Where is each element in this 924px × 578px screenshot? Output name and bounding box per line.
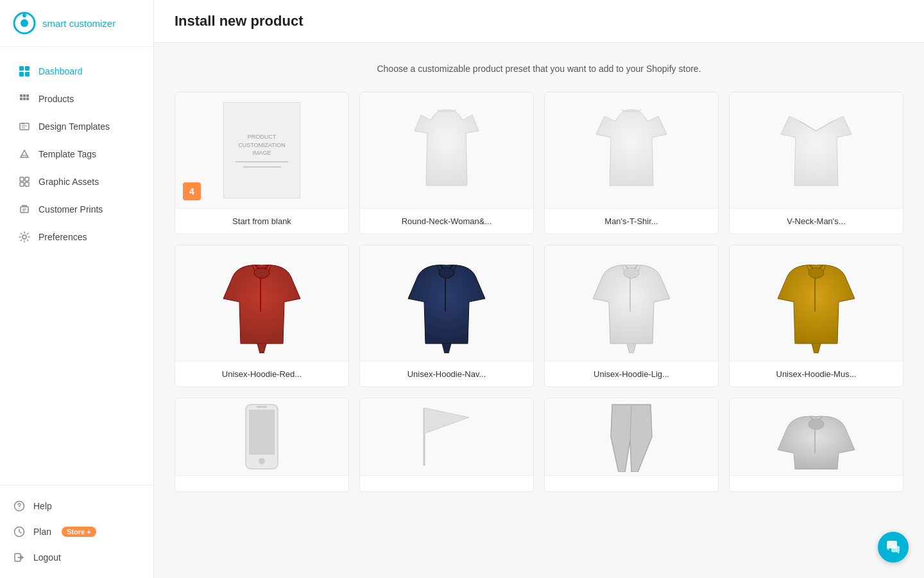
design-templates-icon [18,120,31,133]
sidebar-item-customer-prints[interactable]: Customer Prints [5,196,148,223]
svg-rect-15 [22,211,25,211]
sidebar-item-customer-prints-label: Customer Prints [38,204,103,215]
product-card-vneck-man[interactable]: V-Neck-Man's... [729,92,903,234]
app-logo-text: smart customizer [42,18,116,29]
product-label-vneck-man: V-Neck-Man's... [730,208,903,234]
sidebar-item-design-templates-label: Design Templates [38,121,110,132]
product-grid-row2: Unisex-Hoodie-Red... [175,245,903,387]
svg-rect-14 [22,209,26,209]
product-image-mans-tshirt [545,92,718,208]
sidebar-logo: smart customizer [0,0,153,47]
product-grid-row1: PRODUCTCUSTOMIZATIONIMAGE 4 Start from b… [175,92,903,234]
product-label-round-neck-woman: Round-Neck-Woman&... [360,208,533,234]
svg-rect-11 [20,182,24,186]
product-card-mans-tshirt[interactable]: Man's-T-Shir... [544,92,719,234]
sidebar-item-template-tags[interactable]: Template Tags [5,141,148,168]
sidebar: smart customizer Dashboard [0,0,154,578]
product-image-pants [545,398,718,475]
sidebar-item-preferences[interactable]: Preferences [5,223,148,250]
product-label-flag [360,475,533,491]
logout-item[interactable]: Logout [0,545,153,570]
hoodie-mustard-svg [774,254,858,353]
main-header: Install new product [154,0,924,43]
chat-icon [886,540,900,554]
sidebar-item-products-label: Products [38,94,74,104]
product-label-phone [175,475,348,491]
preferences-icon [18,231,31,243]
main-area: Install new product Choose a customizabl… [154,0,924,578]
product-label-hoodie-gray [730,475,903,491]
app-logo-icon [13,12,36,35]
product-label-mans-tshirt: Man's-T-Shir... [545,208,718,234]
product-card-hoodie-red[interactable]: Unisex-Hoodie-Red... [175,245,349,387]
svg-rect-13 [21,207,28,213]
sidebar-item-template-tags-label: Template Tags [38,149,96,159]
sidebar-bottom: Help Plan Store + Logout [0,485,153,578]
product-card-round-neck-woman[interactable]: Round-Neck-Woman&... [359,92,534,234]
help-item[interactable]: Help [0,493,153,519]
tshirt-vneck-svg [778,102,855,198]
svg-rect-3 [19,66,24,71]
plan-label: Plan [33,527,51,537]
svg-rect-6 [25,72,30,76]
chat-button[interactable] [878,532,909,563]
product-label-pants [545,475,718,491]
product-image-round-neck-woman [360,92,533,208]
product-image-vneck-man [730,92,903,208]
plan-badge: Store + [62,527,96,537]
graphic-assets-icon [18,175,31,188]
sidebar-item-products[interactable]: Products [5,85,148,112]
product-card-flag[interactable] [359,398,534,492]
flag-svg [418,405,475,469]
svg-rect-30 [249,410,275,455]
svg-rect-32 [257,406,267,408]
product-image-hoodie-gray [730,398,903,475]
blank-badge-count: 4 [183,182,201,200]
svg-point-21 [254,268,270,278]
tshirt-man-svg [593,102,670,198]
plan-icon [13,525,26,538]
product-image-hoodie-navy [360,245,533,361]
svg-point-25 [624,268,639,278]
product-image-hoodie-mustard [730,245,903,361]
sidebar-item-graphic-assets-label: Graphic Assets [38,177,99,187]
help-label: Help [33,501,52,511]
product-card-pants[interactable] [544,398,719,492]
sidebar-item-dashboard[interactable]: Dashboard [5,58,148,85]
sidebar-nav: Dashboard Products Design Templates [0,47,153,485]
product-image-flag [360,398,533,475]
hoodie-navy-svg [405,254,488,353]
logout-icon [13,551,26,564]
product-card-hoodie-light[interactable]: Unisex-Hoodie-Lig... [544,245,719,387]
hoodie-gray-partial-svg [774,398,858,475]
template-tags-icon [18,148,31,161]
svg-rect-12 [25,182,29,186]
dashboard-icon [18,65,31,78]
product-image-blank: PRODUCTCUSTOMIZATIONIMAGE 4 [175,92,348,208]
svg-rect-38 [891,546,900,552]
product-label-hoodie-navy: Unisex-Hoodie-Nav... [360,361,533,387]
product-label-hoodie-mustard: Unisex-Hoodie-Mus... [730,361,903,387]
logout-label: Logout [33,552,61,563]
product-card-blank[interactable]: PRODUCTCUSTOMIZATIONIMAGE 4 Start from b… [175,92,349,234]
svg-point-16 [22,235,26,239]
tshirt-woman-svg [408,102,485,198]
svg-rect-10 [25,177,29,181]
plan-item[interactable]: Plan Store + [0,519,153,545]
sidebar-item-design-templates[interactable]: Design Templates [5,113,148,140]
svg-point-27 [809,268,824,278]
product-card-hoodie-navy[interactable]: Unisex-Hoodie-Nav... [359,245,534,387]
product-image-hoodie-light [545,245,718,361]
phone-svg [243,403,281,471]
product-card-hoodie-mustard[interactable]: Unisex-Hoodie-Mus... [729,245,903,387]
hoodie-light-svg [590,254,673,353]
customer-prints-icon [18,203,31,216]
svg-point-23 [439,268,454,278]
product-card-phone[interactable] [175,398,349,492]
sidebar-item-graphic-assets[interactable]: Graphic Assets [5,168,148,195]
sidebar-item-preferences-label: Preferences [38,232,87,242]
help-icon [13,500,26,512]
product-card-hoodie-gray[interactable] [729,398,903,492]
sidebar-item-dashboard-label: Dashboard [38,66,83,76]
hoodie-red-svg [220,254,304,353]
